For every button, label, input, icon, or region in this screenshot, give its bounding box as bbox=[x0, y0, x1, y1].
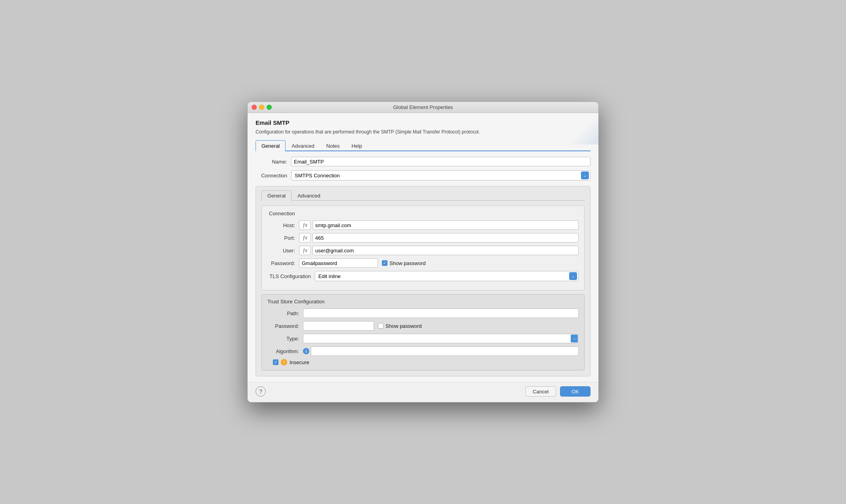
cancel-button[interactable]: Cancel bbox=[525, 386, 556, 397]
minimize-button[interactable] bbox=[259, 105, 264, 110]
tab-inner-general[interactable]: General bbox=[261, 190, 291, 201]
tls-row: TLS Configuration Edit inline bbox=[267, 271, 579, 281]
app-description: Configuration for operations that are pe… bbox=[256, 128, 540, 135]
user-input[interactable] bbox=[312, 246, 579, 255]
algo-info-icon: i bbox=[303, 348, 309, 354]
ts-path-input[interactable] bbox=[303, 308, 579, 318]
tls-select[interactable]: Edit inline bbox=[315, 271, 579, 281]
ts-type-select[interactable] bbox=[303, 334, 579, 343]
window-title: Global Element Properties bbox=[393, 104, 453, 110]
ts-path-label: Path: bbox=[267, 310, 303, 316]
insecure-checkbox[interactable] bbox=[273, 359, 278, 365]
ts-show-password-label: Show password bbox=[385, 323, 422, 329]
insecure-row: ! Insecure bbox=[267, 359, 579, 365]
connection-row: Connection SMTPS Connection bbox=[256, 170, 590, 181]
connection-section-title: Connection bbox=[267, 211, 579, 216]
user-label: User: bbox=[267, 248, 299, 254]
tls-label: TLS Configuration bbox=[267, 273, 315, 279]
host-row: Host: ƒx bbox=[267, 220, 579, 230]
port-fx-button[interactable]: ƒx bbox=[299, 233, 311, 243]
trust-store-panel: Trust Store Configuration Path: Password… bbox=[261, 294, 585, 370]
footer: ? Cancel OK bbox=[248, 382, 598, 402]
password-input[interactable] bbox=[299, 258, 378, 268]
ts-type-select-wrapper bbox=[303, 334, 579, 343]
tab-outer-help[interactable]: Help bbox=[346, 140, 368, 151]
name-input[interactable] bbox=[291, 157, 590, 166]
connection-label: Connection bbox=[256, 173, 291, 179]
header-area: Email SMTP Configuration for operations … bbox=[248, 113, 598, 382]
user-fx-button[interactable]: ƒx bbox=[299, 246, 311, 255]
ts-algo-row: Algorithm: i bbox=[267, 346, 579, 356]
connection-select-wrapper: SMTPS Connection bbox=[291, 170, 590, 181]
port-input[interactable] bbox=[312, 233, 579, 243]
connection-select[interactable]: SMTPS Connection bbox=[291, 170, 590, 181]
close-button[interactable] bbox=[252, 105, 257, 110]
port-row: Port: ƒx bbox=[267, 233, 579, 243]
ok-button[interactable]: OK bbox=[560, 386, 590, 397]
port-label: Port: bbox=[267, 235, 299, 241]
ts-type-label: Type: bbox=[267, 336, 303, 342]
insecure-label: Insecure bbox=[290, 359, 309, 365]
dialog-window: Global Element Properties Email SMTP Con… bbox=[247, 102, 599, 402]
password-label: Password: bbox=[267, 260, 299, 266]
tab-outer-notes[interactable]: Notes bbox=[320, 140, 346, 151]
tab-outer-advanced[interactable]: Advanced bbox=[286, 140, 320, 151]
name-label: Name: bbox=[256, 159, 291, 165]
ts-password-row: Password: Show password bbox=[267, 321, 579, 331]
ts-algo-input[interactable] bbox=[311, 346, 579, 356]
trust-store-title: Trust Store Configuration bbox=[267, 299, 579, 305]
user-row: User: ƒx bbox=[267, 246, 579, 255]
app-title: Email SMTP bbox=[256, 119, 590, 126]
show-password-label: Show password bbox=[389, 260, 426, 266]
ts-path-row: Path: bbox=[267, 308, 579, 318]
tab-inner-advanced[interactable]: Advanced bbox=[291, 190, 326, 201]
host-fx-button[interactable]: ƒx bbox=[299, 220, 311, 230]
help-button[interactable]: ? bbox=[256, 386, 266, 397]
inner-tabs: General Advanced bbox=[261, 190, 585, 201]
tab-outer-general[interactable]: General bbox=[256, 140, 286, 151]
decorative-corner bbox=[551, 113, 598, 145]
ts-type-row: Type: bbox=[267, 334, 579, 343]
show-password-wrapper: Show password bbox=[382, 260, 426, 266]
name-row: Name: bbox=[256, 157, 590, 166]
maximize-button[interactable] bbox=[267, 105, 272, 110]
password-row: Password: Show password bbox=[267, 258, 579, 268]
ts-show-password-checkbox[interactable] bbox=[378, 323, 384, 329]
titlebar: Global Element Properties bbox=[248, 102, 598, 113]
host-input[interactable] bbox=[312, 220, 579, 230]
footer-actions: Cancel OK bbox=[525, 386, 590, 397]
outer-tabs: General Advanced Notes Help bbox=[256, 140, 590, 151]
traffic-lights bbox=[252, 105, 272, 110]
ts-password-input[interactable] bbox=[303, 321, 374, 331]
warning-icon: ! bbox=[281, 359, 287, 365]
ts-algo-label: Algorithm: bbox=[267, 348, 303, 354]
host-label: Host: bbox=[267, 222, 299, 228]
ts-password-label: Password: bbox=[267, 323, 303, 329]
tls-select-wrapper: Edit inline bbox=[315, 271, 579, 281]
show-password-checkbox[interactable] bbox=[382, 260, 387, 266]
connection-section: Connection Host: ƒx Port: ƒx bbox=[261, 205, 585, 290]
ts-show-password-wrapper: Show password bbox=[378, 323, 422, 329]
inner-panel: General Advanced Connection Host: ƒx bbox=[256, 186, 590, 376]
